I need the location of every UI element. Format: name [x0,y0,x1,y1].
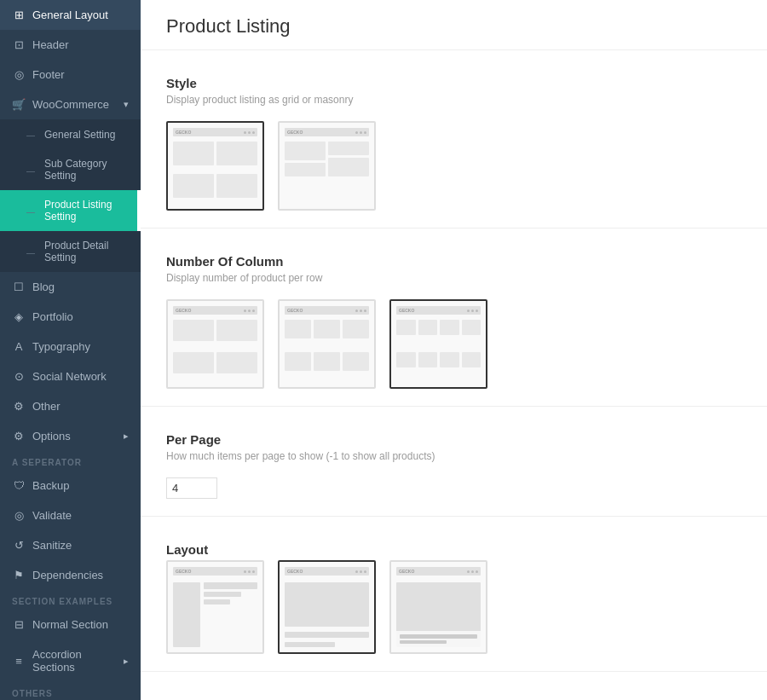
sidebar-item-label: Blog [32,281,129,293]
portfolio-icon: ◈ [12,310,26,323]
sidebar-item-label: Portfolio [32,310,129,323]
sidebar-item-label: Product Detail Setting [44,240,129,263]
separator-a: A SEPERATOR [0,451,141,471]
per-page-desc: How much items per page to show (-1 to s… [166,450,741,462]
separator-c: OTHERS [0,682,141,700]
sidebar-item-product-detail-setting[interactable]: Product Detail Setting [0,231,141,272]
woo-icon: 🛒 [12,98,26,111]
preview-header: GECKO [285,128,369,136]
per-page-section: Per Page How much items per page to show… [141,407,767,517]
chevron-right-icon: ▸ [124,431,129,442]
typography-icon: A [12,340,26,353]
social-icon: ⊙ [12,370,26,383]
separator-b: SECTION EXAMPLES [0,590,141,610]
sanitize-icon: ↺ [12,539,26,552]
chevron-right-icon: ▸ [124,656,129,667]
sidebar-item-label: General Layout [32,9,129,21]
sidebar-item-label: Typography [32,340,129,353]
layout-title: Layout [166,542,741,557]
woocommerce-submenu: General Setting Sub Category Setting Pro… [0,119,141,272]
footer-icon: ◎ [12,68,26,81]
layout-section: Layout GECKO [141,517,767,672]
sidebar-item-label: Product Listing Setting [44,199,129,223]
chevron-down-icon: ▾ [124,99,129,110]
sidebar-item-options[interactable]: ⚙ Options ▸ [0,421,141,451]
main-content: Product Listing Style Display product li… [141,0,767,700]
sidebar-item-label: Backup [32,479,129,492]
preview-header: GECKO [173,128,257,136]
per-page-title: Per Page [166,432,741,447]
column-section: Number Of Column Display number of produ… [141,229,767,407]
other-icon: ⚙ [12,400,26,413]
masonry-cols [285,142,369,204]
backup-icon: 🛡 [12,479,26,492]
accordion-icon: ≡ [12,655,26,668]
sidebar-item-footer[interactable]: ◎ Footer [0,60,141,90]
sidebar-item-label: Footer [32,68,129,81]
grid-preview: GECKO [168,123,262,209]
sidebar-item-sanitize[interactable]: ↺ Sanitize [0,530,141,560]
sidebar-item-label: Social Network [32,370,129,383]
dependencies-icon: ⚑ [12,569,26,581]
sidebar-item-label: Sanitize [32,539,129,552]
style-title: Style [166,76,741,90]
dash-icon [24,246,37,258]
per-page-input[interactable] [166,477,217,499]
grid-icon: ⊞ [12,9,26,21]
sidebar-item-validate[interactable]: ◎ Validate [0,500,141,530]
layout-option-3[interactable]: GECKO [389,560,487,654]
column-title: Number Of Column [166,254,741,269]
dash-icon [24,128,37,141]
layout-option-2[interactable]: GECKO [278,560,376,654]
masonry-preview: GECKO [280,123,374,209]
sidebar-item-label: Normal Section [32,618,129,631]
dash-icon [24,164,37,176]
blog-icon: ☐ [12,281,26,293]
sidebar-item-label: WooCommerce [32,98,117,111]
sidebar-item-portfolio[interactable]: ◈ Portfolio [0,302,141,332]
sidebar-item-dependencies[interactable]: ⚑ Dependencies [0,560,141,590]
sidebar-item-blog[interactable]: ☐ Blog [0,272,141,302]
sidebar-item-label: Header [32,38,129,51]
style-desc: Display product listing as grid or mason… [166,94,741,106]
sidebar-item-product-listing-setting[interactable]: Product Listing Setting [0,190,141,231]
sidebar-item-woocommerce[interactable]: 🛒 WooCommerce ▾ [0,90,141,119]
sidebar-item-label: Options [32,430,117,443]
dash-icon [24,205,37,217]
style-options: GECKO GECKO [166,121,741,211]
sidebar-item-typography[interactable]: A Typography [0,332,141,362]
sidebar-item-sub-category-setting[interactable]: Sub Category Setting [0,149,141,190]
sidebar: ⊞ General Layout ⊡ Header ◎ Footer 🛒 Woo… [0,0,141,700]
sidebar-item-label: Dependencies [32,569,129,581]
sidebar-item-other[interactable]: ⚙ Other [0,391,141,421]
style-section: Style Display product listing as grid or… [141,50,767,229]
sidebar-item-header[interactable]: ⊡ Header [0,30,141,60]
column-option-3[interactable]: GECKO [278,299,376,389]
hover-style-section: Hover Style ↖ [141,672,767,700]
sidebar-item-accordion-sections[interactable]: ≡ Accordion Sections ▸ [0,639,141,682]
sidebar-item-social-network[interactable]: ⊙ Social Network [0,362,141,391]
sidebar-item-backup[interactable]: 🛡 Backup [0,471,141,500]
options-icon: ⚙ [12,430,26,443]
column-options: GECKO GECKO [166,299,741,389]
page-title: Product Listing [141,0,767,50]
normal-section-icon: ⊟ [12,618,26,631]
style-option-grid[interactable]: GECKO [166,121,264,211]
sidebar-item-general-layout[interactable]: ⊞ General Layout [0,0,141,30]
grid-cells [173,142,257,204]
sidebar-item-normal-section[interactable]: ⊟ Normal Section [0,610,141,639]
sidebar-item-label: General Setting [44,129,129,141]
column-option-4[interactable]: GECKO [389,299,487,389]
column-desc: Display number of product per row [166,272,741,284]
style-option-masonry[interactable]: GECKO [278,121,376,211]
validate-icon: ◎ [12,509,26,522]
layout-options: GECKO GECKO [166,560,741,654]
header-icon: ⊡ [12,38,26,51]
sidebar-item-label: Accordion Sections [32,648,117,674]
column-option-2[interactable]: GECKO [166,299,264,389]
sidebar-item-general-setting[interactable]: General Setting [0,119,141,149]
sidebar-item-label: Sub Category Setting [44,158,129,182]
layout-option-1[interactable]: GECKO [166,560,264,654]
sidebar-item-label: Other [32,400,129,413]
sidebar-item-label: Validate [32,509,129,522]
